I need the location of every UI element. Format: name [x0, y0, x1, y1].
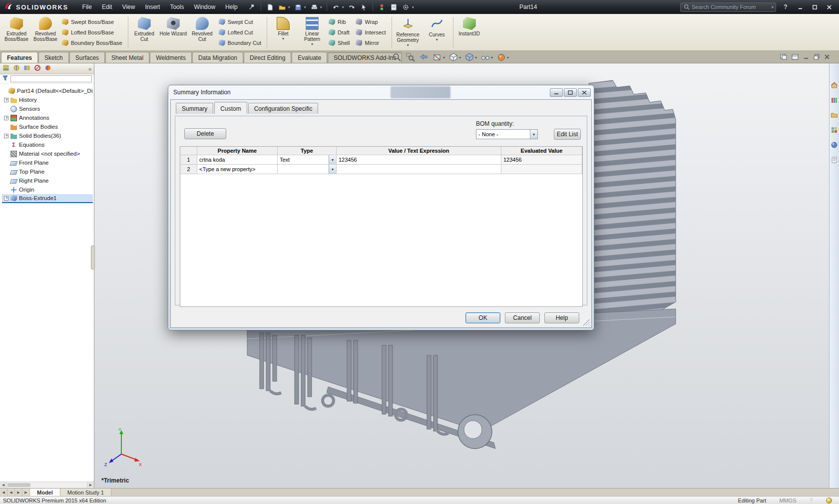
chevron-right-icon[interactable]: »: [88, 66, 91, 72]
expand-icon[interactable]: [4, 116, 8, 120]
curves-button[interactable]: Curves ▾: [422, 15, 451, 50]
previous-tab-button[interactable]: [7, 489, 15, 496]
rebuild-icon[interactable]: [378, 3, 386, 11]
dropdown-icon[interactable]: ▾: [507, 55, 509, 60]
hole-wizard-button[interactable]: Hole Wizard: [159, 15, 188, 50]
reference-geometry-dropdown-icon[interactable]: ▾: [407, 44, 409, 47]
dialog-titlebar[interactable]: Summary Information: [168, 85, 594, 99]
lofted-cut-button[interactable]: Lofted Cut: [217, 27, 265, 37]
type-dropdown[interactable]: [278, 165, 337, 174]
tree-item-boss-extrude1[interactable]: Boss-Extrude1: [2, 194, 93, 203]
menu-help[interactable]: Help: [220, 1, 243, 13]
tree-item-solid-bodies[interactable]: Solid Bodies(36): [2, 131, 93, 140]
wrap-button[interactable]: Wrap: [354, 16, 390, 27]
tree-item-history[interactable]: History: [2, 95, 93, 104]
mirror-button[interactable]: Mirror: [354, 37, 390, 48]
dropdown-arrow-icon[interactable]: [530, 130, 537, 139]
scrollbar-track[interactable]: [31, 482, 87, 488]
scrollbar-thumb[interactable]: [7, 483, 30, 487]
menu-file[interactable]: File: [77, 1, 97, 13]
tab-data-migration[interactable]: Data Migration: [192, 52, 243, 63]
doc-close-icon[interactable]: [824, 53, 830, 62]
expand-icon[interactable]: [4, 196, 8, 201]
intersect-button[interactable]: Intersect: [354, 27, 390, 37]
swept-cut-button[interactable]: Swept Cut: [217, 16, 265, 27]
tree-root-part14[interactable]: Part14 (Default<<Default>_Dis: [2, 86, 93, 95]
community-search-input[interactable]: [692, 4, 771, 10]
menu-window[interactable]: Window: [189, 1, 220, 13]
open-icon[interactable]: [278, 3, 286, 11]
community-search-box[interactable]: ▾: [680, 2, 776, 12]
shell-button[interactable]: Shell: [327, 37, 354, 48]
tab-sheet-metal[interactable]: Sheet Metal: [105, 52, 149, 63]
displaymanager-icon[interactable]: [44, 64, 51, 73]
pin-icon[interactable]: [248, 3, 256, 11]
dropdown-arrow-icon[interactable]: [329, 165, 336, 174]
first-tab-button[interactable]: [0, 489, 7, 496]
lofted-boss-base-button[interactable]: Lofted Boss/Base: [60, 27, 126, 37]
dialog-maximize-button[interactable]: [564, 88, 577, 97]
value-expression-cell[interactable]: [337, 165, 501, 174]
menu-edit[interactable]: Edit: [97, 1, 117, 13]
zoom-fit-icon[interactable]: [392, 52, 402, 62]
last-tab-button[interactable]: [22, 489, 30, 496]
dropdown-icon[interactable]: ▾: [491, 55, 493, 60]
save-dropdown-icon[interactable]: ▾: [304, 5, 306, 9]
open-dropdown-icon[interactable]: ▾: [288, 5, 290, 9]
tab-summary[interactable]: Summary: [176, 103, 213, 114]
panel-splitter-handle[interactable]: [91, 246, 95, 269]
value-expression-cell[interactable]: 123456: [337, 155, 501, 165]
options-dropdown-icon[interactable]: ▾: [412, 5, 414, 9]
tree-item-annotations[interactable]: Annotations: [2, 113, 93, 122]
tab-surfaces[interactable]: Surfaces: [69, 52, 105, 63]
window-list-icon[interactable]: [792, 53, 799, 62]
tree-item-front-plane[interactable]: Front Plane: [2, 158, 93, 167]
options-icon[interactable]: [402, 3, 410, 11]
tree-item-top-plane[interactable]: Top Plane: [2, 167, 93, 176]
edit-list-button[interactable]: Edit List: [554, 129, 581, 140]
delete-button[interactable]: Delete: [184, 128, 226, 139]
cancel-button[interactable]: Cancel: [505, 312, 540, 323]
property-name-cell[interactable]: <Type a new property>: [197, 165, 278, 174]
bom-quantity-dropdown[interactable]: - None -: [476, 129, 538, 139]
tab-motion-study-1[interactable]: Motion Study 1: [60, 489, 111, 496]
instant3d-button[interactable]: Instant3D: [455, 15, 484, 50]
help-icon[interactable]: [781, 2, 791, 11]
hide-show-items-icon[interactable]: ▾: [480, 52, 493, 62]
design-library-icon[interactable]: [831, 96, 838, 106]
configurationmanager-icon[interactable]: [23, 64, 30, 73]
row-number-cell[interactable]: 2: [180, 165, 197, 174]
revolved-boss-base-button[interactable]: Revolved Boss/Base: [31, 15, 60, 50]
display-style-icon[interactable]: ▾: [464, 52, 477, 62]
curves-dropdown-icon[interactable]: ▾: [436, 38, 438, 41]
save-icon[interactable]: [294, 3, 302, 11]
tab-configuration-specific[interactable]: Configuration Specific: [248, 103, 319, 114]
next-tab-button[interactable]: [15, 489, 22, 496]
dropdown-arrow-icon[interactable]: [329, 155, 336, 164]
extruded-boss-base-button[interactable]: Extruded Boss/Base: [2, 15, 31, 50]
linear-pattern-button[interactable]: Linear Pattern ▾: [298, 15, 327, 50]
status-help-icon[interactable]: [810, 497, 813, 504]
dialog-close-button[interactable]: [578, 88, 591, 97]
reference-geometry-button[interactable]: Reference Geometry ▾: [394, 15, 422, 50]
swept-boss-base-button[interactable]: Swept Boss/Base: [60, 16, 126, 27]
tree-item-equations[interactable]: Equations: [2, 140, 93, 149]
new-document-icon[interactable]: [266, 3, 274, 11]
units-label[interactable]: MMGS: [779, 498, 796, 504]
file-explorer-icon[interactable]: [831, 111, 838, 121]
tree-item-origin[interactable]: Origin: [2, 185, 93, 194]
tree-item-surface-bodies[interactable]: Surface Bodies: [2, 122, 93, 131]
print-dropdown-icon[interactable]: ▾: [320, 5, 322, 9]
menu-insert[interactable]: Insert: [140, 1, 165, 13]
tab-solidworks-add-ins[interactable]: SOLIDWORKS Add-Ins: [328, 52, 402, 63]
tab-model[interactable]: Model: [30, 489, 60, 496]
close-button[interactable]: [824, 2, 834, 11]
previous-view-icon[interactable]: [419, 52, 429, 62]
search-dropdown-icon[interactable]: ▾: [772, 5, 774, 9]
tree-item-right-plane[interactable]: Right Plane: [2, 176, 93, 185]
tab-features[interactable]: Features: [1, 52, 38, 63]
tree-item-sensors[interactable]: Sensors: [2, 104, 93, 113]
boundary-cut-button[interactable]: Boundary Cut: [217, 37, 265, 48]
draft-button[interactable]: Draft: [327, 27, 354, 37]
dropdown-icon[interactable]: ▾: [475, 55, 477, 60]
